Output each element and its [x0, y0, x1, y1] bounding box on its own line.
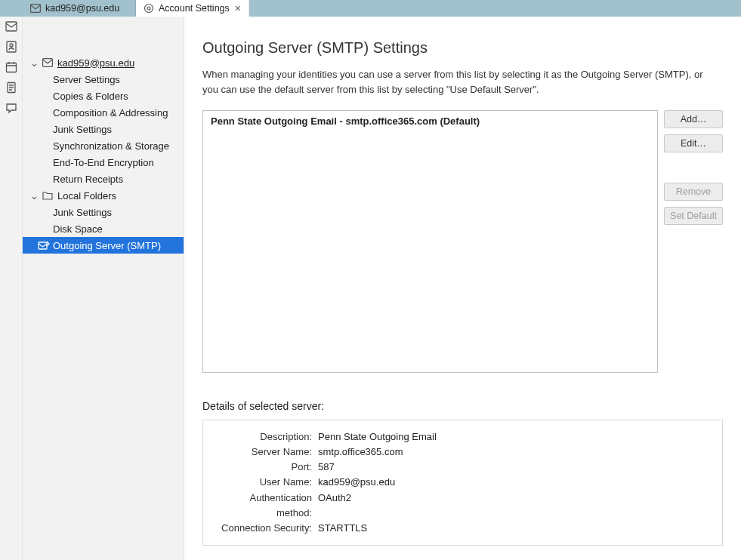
detail-port-label: Port: [214, 460, 312, 475]
svg-point-1 [145, 5, 153, 13]
tab-account-settings[interactable]: Account Settings × [136, 0, 249, 17]
smtp-server-list[interactable]: Penn State Outgoing Email - smtp.office3… [202, 110, 658, 373]
detail-security-value: STARTTLS [318, 521, 367, 536]
settings-icon [144, 3, 154, 14]
page-description: When managing your identities you can us… [202, 67, 716, 97]
tree-item-return-receipts[interactable]: Return Receipts [23, 171, 184, 187]
tree-smtp-label: Outgoing Server (SMTP) [53, 240, 161, 251]
calendar-toolbar-icon[interactable] [5, 60, 18, 74]
mail-toolbar-icon[interactable] [5, 20, 18, 33]
chevron-down-icon: ⌄ [29, 190, 39, 202]
tree-local-label: Local Folders [57, 190, 116, 202]
tree-item-composition[interactable]: Composition & Addressing [23, 104, 184, 121]
tab-settings-label: Account Settings [159, 3, 230, 14]
outgoing-icon [38, 240, 50, 251]
tree-item-disk-space[interactable]: Disk Space [23, 220, 184, 237]
detail-description-label: Description: [214, 429, 312, 445]
tree-item-server-settings[interactable]: Server Settings [23, 71, 184, 88]
tree-account-email[interactable]: ⌄ kad959@psu.edu [23, 54, 184, 71]
left-toolbar [0, 17, 23, 560]
mail-icon [30, 4, 41, 13]
folder-icon [42, 191, 54, 200]
svg-point-2 [147, 7, 150, 10]
remove-button[interactable]: Remove [664, 183, 723, 201]
add-button[interactable]: Add… [664, 110, 723, 128]
mail-account-icon [42, 58, 54, 67]
svg-rect-3 [6, 22, 17, 31]
detail-servername-label: Server Name: [214, 445, 312, 460]
chevron-down-icon: ⌄ [29, 57, 39, 69]
detail-username-label: User Name: [214, 475, 312, 490]
tasks-toolbar-icon[interactable] [5, 81, 18, 94]
detail-username-value: kad959@psu.edu [318, 475, 395, 490]
tree-item-local-junk[interactable]: Junk Settings [23, 204, 184, 220]
detail-auth-value: OAuth2 [318, 491, 351, 521]
svg-rect-6 [6, 63, 16, 72]
tree-item-outgoing-smtp[interactable]: Outgoing Server (SMTP) [23, 237, 184, 254]
detail-servername-value: smtp.office365.com [318, 445, 403, 460]
tree-item-sync-storage[interactable]: Synchronization & Storage [23, 137, 184, 154]
details-heading: Details of selected server: [202, 400, 723, 412]
detail-description-value: Penn State Outgoing Email [318, 429, 437, 445]
tab-mail-account[interactable]: kad959@psu.edu [23, 0, 136, 17]
tree-item-e2e-encryption[interactable]: End-To-End Encryption [23, 154, 184, 171]
tab-mail-label: kad959@psu.edu [45, 3, 119, 14]
account-tree: ⌄ kad959@psu.edu Server Settings Copies … [23, 17, 184, 560]
svg-rect-8 [43, 59, 53, 67]
close-icon[interactable]: × [235, 3, 241, 14]
tree-account-label: kad959@psu.edu [57, 57, 134, 69]
tab-bar: kad959@psu.edu Account Settings × [0, 0, 741, 17]
smtp-button-column: Add… Edit… Remove Set Default [664, 110, 723, 225]
svg-point-5 [10, 44, 13, 47]
server-details: Description:Penn State Outgoing Email Se… [202, 420, 723, 546]
tree-item-junk[interactable]: Junk Settings [23, 121, 184, 137]
detail-port-value: 587 [318, 460, 335, 475]
chat-toolbar-icon[interactable] [5, 101, 18, 115]
svg-rect-9 [39, 242, 47, 249]
svg-rect-0 [31, 5, 41, 13]
page-heading: Outgoing Server (SMTP) Settings [202, 39, 723, 57]
set-default-button[interactable]: Set Default [664, 207, 723, 225]
detail-auth-label: Authentication method: [214, 491, 312, 521]
edit-button[interactable]: Edit… [664, 134, 723, 152]
tree-local-folders[interactable]: ⌄ Local Folders [23, 187, 184, 204]
smtp-server-row[interactable]: Penn State Outgoing Email - smtp.office3… [203, 111, 657, 131]
content-pane: Outgoing Server (SMTP) Settings When man… [184, 17, 741, 560]
detail-security-label: Connection Security: [214, 521, 312, 536]
tree-item-copies-folders[interactable]: Copies & Folders [23, 88, 184, 104]
addressbook-toolbar-icon[interactable] [5, 40, 18, 54]
